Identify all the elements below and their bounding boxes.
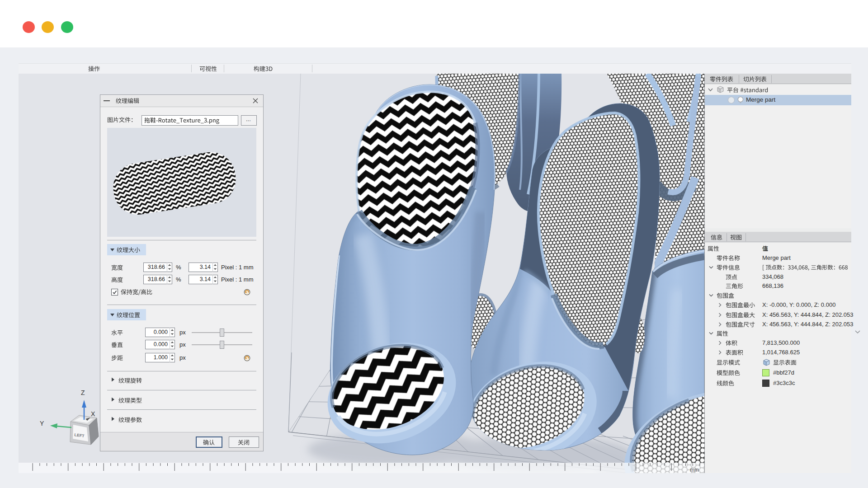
svg-text:X: X <box>91 410 95 418</box>
svg-text:Y: Y <box>40 420 44 427</box>
svg-text:Z: Z <box>81 389 85 396</box>
svg-text:mm: mm <box>690 467 699 473</box>
